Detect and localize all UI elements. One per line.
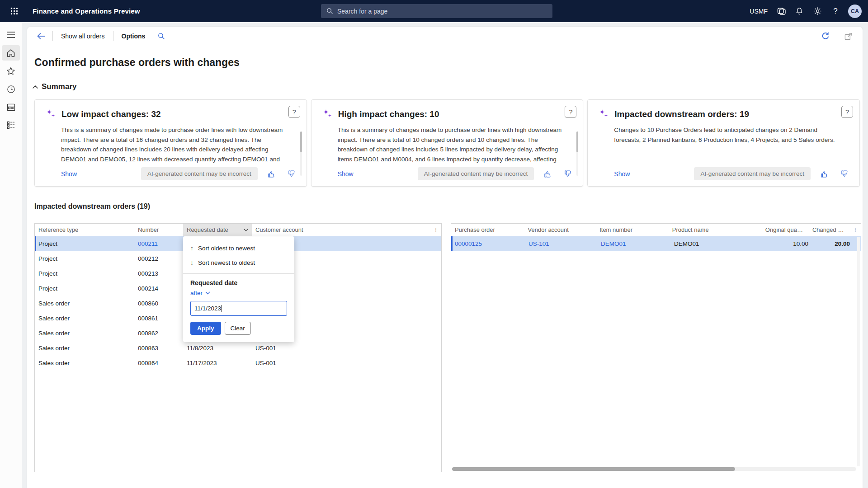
arrow-down-icon: ↓ [190,259,193,266]
thumbs-down-icon[interactable] [841,170,849,178]
cell: 11/8/2023 [183,345,252,352]
table-row[interactable]: Sales order00086311/8/2023US-001 [35,341,441,356]
card-title: Impacted downstream orders: 19 [614,109,749,119]
show-link[interactable]: Show [614,170,630,178]
horizontal-scrollbar[interactable] [452,467,856,471]
card-high-impact: High impact changes: 10 ? This is a summ… [311,99,584,187]
table-row[interactable]: Sales order00086411/17/2023US-001 [35,356,441,371]
grid-options-kebab-icon[interactable]: ⋮ [850,226,861,233]
requested-date-filter-flyout: ↑ Sort oldest to newest ↓ Sort newest to… [183,236,294,342]
back-button[interactable] [34,29,48,43]
cell: DEMO01 [670,240,764,247]
cell: US-001 [252,345,441,352]
show-link[interactable]: Show [338,170,354,178]
notifications-bell-icon[interactable] [790,0,808,22]
top-bar: Finance and Operations Preview Search fo… [0,0,868,22]
cell: 20.00 [812,240,854,247]
cell: 00000125 [451,240,525,247]
text-caret [222,305,222,312]
hamburger-menu-icon[interactable] [0,26,22,44]
cell: 000211 [134,240,183,247]
chevron-down-icon [244,229,248,231]
actionbar-search-icon[interactable] [155,30,168,42]
options-menu-button[interactable]: Options [118,33,149,40]
card-impacted-orders: Impacted downstream orders: 19 ? Changes… [587,99,860,187]
apply-button[interactable]: Apply [190,322,221,335]
cell: Sales order [35,360,134,366]
thumbs-up-icon[interactable] [821,170,829,178]
sort-newest-to-oldest[interactable]: ↓ Sort newest to oldest [183,255,294,270]
column-header-purchase-order[interactable]: Purchase order [451,224,524,236]
summary-toggle[interactable]: Summary [33,82,863,91]
clear-button[interactable]: Clear [225,322,251,335]
help-button[interactable]: ? [565,106,576,118]
sort-oldest-to-newest[interactable]: ↑ Sort oldest to newest [183,241,294,255]
column-header-customer-account[interactable]: Customer account [252,224,430,236]
avatar[interactable]: CA [848,5,862,18]
open-in-new-window-icon[interactable] [842,30,854,42]
grid-options-kebab-icon[interactable]: ⋮ [430,226,441,233]
card-scrollbar[interactable] [300,131,302,176]
sidebar-item-modules[interactable] [0,116,22,134]
divider [183,273,294,274]
cell: 000213 [134,270,183,277]
copilot-icon[interactable] [772,0,790,22]
column-header-original-quantity[interactable]: Original quanti... [762,224,809,236]
divider [113,31,113,41]
vertical-scrollbar[interactable] [857,237,860,466]
cell: US-001 [252,360,441,366]
chevron-up-icon [33,85,38,89]
nav-rail [0,22,22,488]
cell: Project [35,285,134,292]
app-title: Finance and Operations Preview [33,7,140,15]
column-header-reference-type[interactable]: Reference type [35,224,134,236]
table-row[interactable]: 00000125US-101DEMO01DEMO0110.0020.00 [451,236,861,251]
cell: Sales order [35,315,134,322]
show-all-orders-button[interactable]: Show all orders [57,33,108,40]
cell: 000863 [134,345,183,352]
divider [52,31,53,41]
refresh-icon[interactable] [819,30,832,42]
sidebar-item-recent[interactable] [0,80,22,98]
page-search-input[interactable]: Search for a page [321,4,552,18]
filter-operator-dropdown[interactable]: after [183,286,294,301]
chevron-down-icon [205,291,210,295]
sparkle-icon [46,109,56,119]
filter-value-input[interactable]: 11/1/2023 [190,301,287,316]
purchase-order-lines-grid: Purchase order Vendor account Item numbe… [451,223,861,472]
column-header-vendor-account[interactable]: Vendor account [524,224,596,236]
right-grid-body: 00000125US-101DEMO01DEMO0110.0020.00 [451,236,861,251]
cell: DEMO01 [597,240,670,247]
card-scrollbar[interactable] [576,131,578,176]
column-header-product-name[interactable]: Product name [669,224,762,236]
thumbs-down-icon[interactable] [564,170,573,178]
help-icon[interactable]: ? [826,0,844,22]
scrollbar-thumb[interactable] [452,467,735,471]
filter-field-label: Requested date [183,279,294,286]
cell: 11/17/2023 [183,360,252,366]
sidebar-item-favorites[interactable] [0,62,22,80]
column-header-item-number[interactable]: Item number [596,224,669,236]
waffle-icon[interactable] [6,4,22,19]
column-header-number[interactable]: Number [134,224,183,236]
sparkle-icon [599,109,609,119]
thumbs-up-icon[interactable] [268,170,276,178]
sidebar-item-home[interactable] [0,44,22,62]
thumbs-down-icon[interactable] [288,170,297,178]
help-button[interactable]: ? [841,106,853,118]
cell: 000212 [134,255,183,262]
cell: Sales order [35,330,134,337]
card-summary-text: This is a summary of changes made to pur… [338,125,563,165]
show-link[interactable]: Show [61,170,77,178]
column-header-changed-quantity[interactable]: Changed qua [809,224,850,236]
company-selector[interactable]: USMF [745,0,772,22]
card-title: Low impact changes: 32 [61,109,161,119]
help-button[interactable]: ? [288,106,300,118]
impacted-orders-grid: Reference type Number Requested date Cus… [34,223,442,472]
cell: 000862 [134,330,183,337]
sidebar-item-news[interactable] [0,98,22,116]
page-title: Confirmed purchase orders with changes [34,56,863,69]
thumbs-up-icon[interactable] [544,170,552,178]
settings-gear-icon[interactable] [808,0,826,22]
column-header-requested-date[interactable]: Requested date [183,224,252,236]
